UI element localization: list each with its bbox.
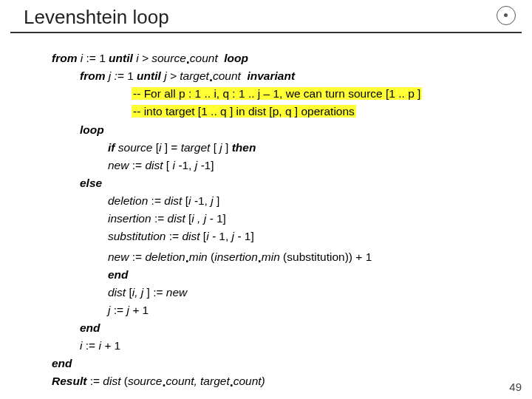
- code-line: substitution := dist [i - 1, j - 1]: [52, 228, 495, 245]
- code-line: if source [i ] = target [ j ] then: [52, 139, 495, 157]
- code-line: from i := 1 until i > source.count loop: [52, 50, 495, 67]
- slide-title: Levenshtein loop: [24, 6, 508, 29]
- code-line: end: [52, 266, 495, 284]
- code-line: else: [52, 174, 495, 192]
- code-line: i := i + 1: [52, 337, 495, 355]
- code-line: deletion := dist [i -1, j ]: [52, 192, 495, 210]
- code-listing: from i := 1 until i > source.count loop …: [0, 33, 532, 398]
- code-line: j := j + 1: [52, 301, 495, 319]
- code-line: from j := 1 until j > target.count invar…: [52, 67, 495, 85]
- page-number: 49: [509, 381, 522, 393]
- code-line: new := deletion.min (insertion.min (subs…: [52, 248, 495, 266]
- code-line: Result := dist (source.count, target.cou…: [52, 372, 495, 390]
- code-line: end: [52, 355, 495, 372]
- code-line: loop: [52, 121, 495, 139]
- slide-logo-icon: [497, 6, 516, 25]
- code-line: insertion := dist [i , j - 1]: [52, 210, 495, 228]
- code-line: end: [52, 319, 495, 337]
- code-line: dist [i, j ] := new: [52, 284, 495, 301]
- comment-line-2: -- into target [1 .. q ] in dist [p, q ]…: [132, 105, 356, 117]
- code-line: new := dist [ i -1, j -1]: [52, 157, 495, 174]
- comment-line-1: -- For all p : 1 .. i, q : 1 .. j – 1, w…: [132, 87, 422, 100]
- slide-header: Levenshtein loop: [10, 0, 522, 33]
- invariant-comment: -- For all p : 1 .. i, q : 1 .. j – 1, w…: [132, 85, 495, 120]
